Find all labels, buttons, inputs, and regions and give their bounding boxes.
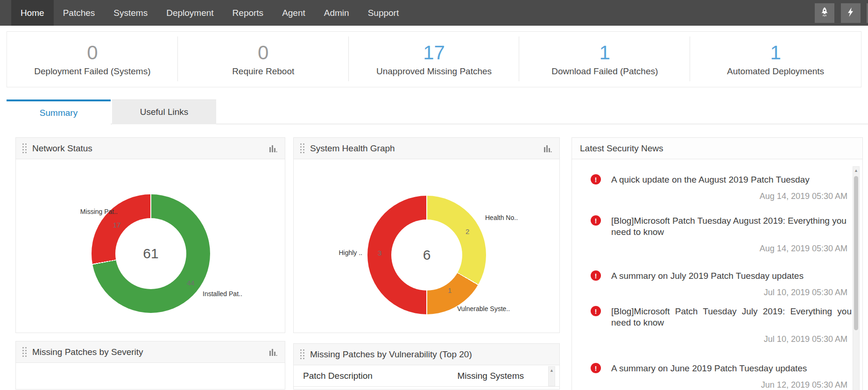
tab-useful-links[interactable]: Useful Links [112,99,216,124]
stat-value: 1 [770,42,781,64]
widget-title: Latest Security News [580,143,663,154]
widget-title: Network Status [32,143,92,154]
widget-header: System Health Graph [294,138,559,159]
vulnerability-table-header: Patch Description Missing Systems ▲ [294,365,559,387]
widget-title: Missing Patches by Severity [32,347,143,357]
news-timestamp: Aug 14, 2019 05:30 AM [591,244,848,254]
system-health-donut-chart[interactable]: 6 [367,196,486,314]
alert-icon: ! [591,363,601,373]
label-highly-vulnerable: Highly .. [331,249,362,256]
stat-download-failed[interactable]: 1 Download Failed (Patches) [519,32,690,87]
news-item: ! A summary on June 2019 Patch Tuesday u… [591,363,848,390]
donut-hole: 6 [391,220,462,291]
widget-security-news: Latest Security News ! A quick update on… [572,137,863,390]
widget-system-health: System Health Graph 6 2 Health No.. High… [293,137,560,333]
security-news-list: ! A quick update on the August 2019 Patc… [572,160,862,390]
value-health-not-available: 2 [466,227,469,235]
bar-chart-icon[interactable] [269,144,277,155]
stat-label: Automated Deployments [727,66,824,77]
stat-label: Unapproved Missing Patches [376,66,492,77]
label-vulnerable-systems: Vulnerable Syste.. [457,305,510,312]
widget-title: System Health Graph [310,143,395,154]
alert-icon: ! [591,270,601,281]
drag-handle-icon[interactable] [22,347,27,357]
widget-header: Missing Patches by Severity [16,341,285,363]
stat-value: 0 [258,42,268,64]
widget-title: Missing Patches by Vulnerability (Top 20… [310,349,472,360]
widget-header: Latest Security News [572,138,862,159]
alert-icon: ! [591,174,601,184]
news-scrollbar[interactable]: ▲ [853,166,860,390]
rocket-icon [819,7,830,20]
news-item: ! A quick update on the August 2019 Patc… [591,174,848,201]
scrollbar-thumb[interactable] [854,176,858,330]
stat-label: Download Failed (Patches) [551,66,658,77]
stat-deployment-failed[interactable]: 0 Deployment Failed (Systems) [7,32,178,87]
news-item: ! A summary on July 2019 Patch Tuesday u… [591,270,848,298]
widget-header: Network Status [16,138,285,159]
alert-icon: ! [591,215,601,226]
news-timestamp: Jun 12, 2019 05:30 AM [591,380,848,390]
tab-summary[interactable]: Summary [7,99,111,124]
news-timestamp: Jul 10, 2019 05:30 AM [591,288,848,298]
stat-automated-deployments[interactable]: 1 Automated Deployments [690,32,861,87]
donut-center-value: 61 [143,246,158,262]
nav-item-patches[interactable]: Patches [54,0,105,26]
bar-chart-icon[interactable] [543,144,552,155]
news-link[interactable]: A summary on July 2019 Patch Tuesday upd… [611,270,852,282]
scroll-up-icon[interactable]: ▲ [853,168,859,173]
column-patch-description: Patch Description [303,371,373,381]
summary-stats-bar: 0 Deployment Failed (Systems) 0 Require … [7,31,861,87]
bar-chart-icon[interactable] [269,348,277,358]
alert-icon: ! [591,306,601,316]
nav-item-agent[interactable]: Agent [273,0,315,26]
news-timestamp: Aug 14, 2019 05:30 AM [591,191,848,201]
news-link[interactable]: [Blog]Microsoft Patch Tuesday August 201… [611,215,852,238]
value-missing-patches: 17 [113,221,121,229]
news-item: ! [Blog]Microsoft Patch Tuesday July 201… [591,306,848,344]
donut-center-value: 6 [423,247,431,263]
widget-header: Missing Patches by Vulnerability (Top 20… [294,344,559,365]
label-installed-patches: Installed Pat.. [203,290,242,298]
nav-item-reports[interactable]: Reports [223,0,273,26]
donut-hole: 61 [115,218,186,289]
widget-missing-vulnerability: Missing Patches by Vulnerability (Top 20… [293,343,560,390]
drag-handle-icon[interactable] [22,143,27,153]
value-installed-patches: 44 [187,279,195,287]
stat-value: 17 [423,42,445,64]
value-highly-vulnerable: 3 [378,249,381,257]
nav-item-home[interactable]: Home [11,0,54,26]
stat-value: 0 [87,42,98,64]
lightning-icon [846,7,856,19]
scroll-up-icon[interactable]: ▲ [549,368,555,373]
stat-unapproved-missing-patches[interactable]: 17 Unapproved Missing Patches [349,32,520,87]
dashboard-page: Home Patches Systems Deployment Reports … [0,0,868,390]
stat-label: Deployment Failed (Systems) [34,66,150,77]
nav-item-deployment[interactable]: Deployment [157,0,223,26]
flash-button[interactable] [841,3,861,23]
widget-network-status: Network Status 61 Missing Pat.. 17 44 In… [15,137,285,333]
column-missing-systems: Missing Systems [448,371,524,381]
label-missing-patches: Missing Pat.. [53,208,118,215]
drag-handle-icon[interactable] [300,349,304,359]
label-health-not-available: Health No.. [485,214,518,221]
news-item: ! [Blog]Microsoft Patch Tuesday August 2… [591,215,848,254]
nav-item-systems[interactable]: Systems [104,0,157,26]
stat-value: 1 [600,42,610,64]
stat-require-reboot[interactable]: 0 Require Reboot [178,32,349,87]
drag-handle-icon[interactable] [300,143,304,153]
widget-missing-severity: Missing Patches by Severity [15,341,285,390]
news-link[interactable]: A quick update on the August 2019 Patch … [611,174,852,185]
news-timestamp: Jul 10, 2019 05:30 AM [591,334,848,344]
top-nav: Home Patches Systems Deployment Reports … [0,0,868,26]
nav-item-support[interactable]: Support [359,0,409,26]
value-vulnerable-systems: 1 [448,286,452,294]
rocket-button[interactable] [815,3,834,23]
news-link[interactable]: [Blog]Microsoft Patch Tuesday July 2019:… [611,306,852,328]
table-scrollbar[interactable]: ▲ [548,366,555,386]
stat-label: Require Reboot [232,66,294,77]
nav-item-admin[interactable]: Admin [315,0,359,26]
news-link[interactable]: A summary on June 2019 Patch Tuesday upd… [611,363,852,374]
